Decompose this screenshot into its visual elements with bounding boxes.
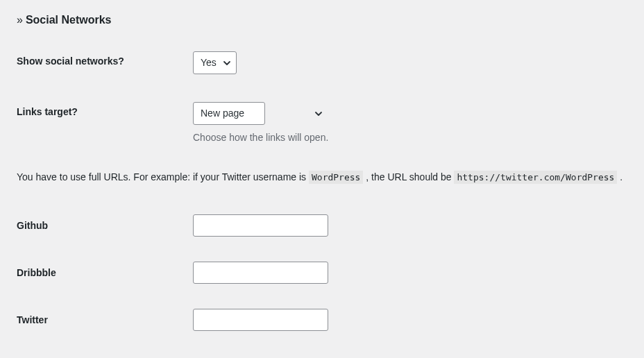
chevron-down-icon (314, 110, 323, 118)
github-label: Github (17, 220, 193, 231)
desc-suffix: . (617, 171, 622, 182)
show-social-select[interactable]: Yes (193, 51, 237, 74)
desc-code-username: WordPress (309, 171, 363, 184)
chevron-icon: » (17, 14, 23, 26)
show-social-label: Show social networks? (17, 51, 193, 67)
links-target-row: Links target? New page Choose how the li… (17, 102, 627, 143)
twitter-input[interactable] (193, 309, 328, 331)
section-title: Social Networks (26, 14, 112, 26)
url-description: You have to use full URLs. For example: … (17, 169, 627, 185)
desc-code-url: https://twitter.com/WordPress (454, 171, 617, 184)
dribbble-row: Dribbble (17, 262, 627, 284)
github-input[interactable] (193, 214, 328, 237)
github-row: Github (17, 214, 627, 237)
desc-middle: , the URL should be (363, 171, 454, 182)
section-heading: »Social Networks (17, 14, 627, 26)
links-target-hint: Choose how the links will open. (193, 132, 328, 143)
show-social-row: Show social networks? Yes (17, 51, 627, 74)
twitter-label: Twitter (17, 314, 193, 325)
twitter-row: Twitter (17, 309, 627, 331)
links-target-select[interactable]: New page (193, 102, 265, 125)
dribbble-label: Dribbble (17, 267, 193, 278)
dribbble-input[interactable] (193, 262, 328, 284)
desc-prefix: You have to use full URLs. For example: … (17, 171, 309, 182)
links-target-label: Links target? (17, 102, 193, 117)
